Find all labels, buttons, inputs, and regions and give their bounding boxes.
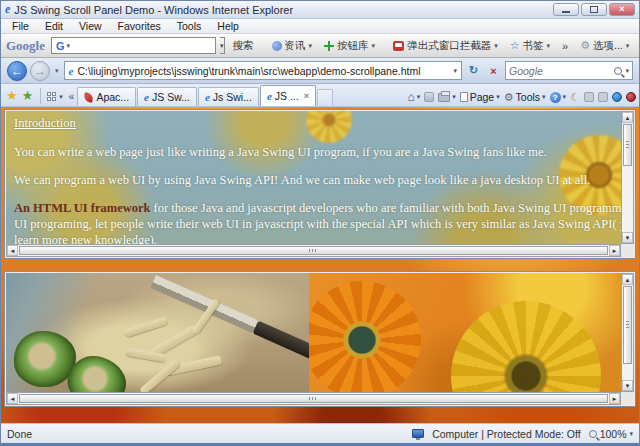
favorites-center-icon[interactable]: ★ — [4, 88, 22, 106]
toolbar-overflow-chevron[interactable]: » — [558, 40, 572, 52]
intro-paragraph-3: An HTML UI framework for those Java and … — [14, 200, 621, 244]
ie-favicon: e — [267, 90, 272, 102]
daisy-photo — [309, 273, 621, 392]
tab-js-swing-active[interactable]: e JS ... × — [260, 85, 316, 106]
chevron-down-icon: ▾ — [547, 42, 551, 50]
framework-lead-text: An HTML UI framework — [14, 201, 150, 215]
tab-js-swing-2[interactable]: e Js Swi... — [198, 87, 259, 106]
home-button[interactable]: ⌂ ▾ — [407, 91, 420, 103]
menu-tools[interactable]: Tools — [170, 20, 209, 32]
stop-button[interactable]: × — [485, 61, 502, 80]
menu-help[interactable]: Help — [210, 20, 246, 32]
status-text: Done — [7, 428, 32, 440]
google-toolbar-search[interactable]: G ▾ — [51, 37, 216, 54]
intro-paragraph-2: We can program a web UI by using Java Sw… — [14, 172, 621, 188]
browser-window: e JS Swing Scroll Panel Demo - Windows I… — [0, 0, 640, 446]
toolbar-extension-icon-4[interactable] — [612, 92, 622, 102]
tab-close-icon[interactable]: × — [304, 91, 309, 101]
forward-arrow-icon: → — [34, 65, 46, 77]
scroll-up-arrow[interactable]: ▲ — [622, 112, 633, 123]
zoom-level: 100% — [600, 428, 627, 440]
toolbar-extension-icon-5[interactable] — [626, 92, 636, 102]
page-favicon: e — [69, 65, 74, 77]
tools-menu-button[interactable]: ⚙ Tools ▾ — [504, 91, 546, 103]
gtb-popup-blocker-button[interactable]: 弹出式窗口拦截器 ▾ — [389, 37, 502, 55]
horizontal-scrollbar[interactable]: ◄ ► — [6, 244, 621, 257]
minimize-button[interactable] — [553, 3, 579, 16]
address-input[interactable]: e C:\liujing\myprojects\jsswing\trunk\ma… — [64, 61, 462, 80]
horizontal-scroll-thumb[interactable] — [19, 394, 608, 403]
search-dropdown[interactable]: ▾ — [625, 67, 629, 75]
gear-icon: ⚙ — [504, 92, 514, 103]
scroll-down-arrow[interactable]: ▼ — [622, 380, 633, 391]
quick-tabs-button[interactable]: ▾ — [44, 92, 66, 106]
tab-apache[interactable]: Apac... — [77, 87, 136, 106]
vertical-scroll-thumb[interactable] — [623, 124, 632, 166]
zoom-icon — [589, 430, 597, 438]
horizontal-scroll-thumb[interactable] — [19, 246, 608, 255]
tab-js-swing-1[interactable]: e JS Sw... — [137, 87, 197, 106]
back-button[interactable]: ← — [7, 61, 27, 81]
toolbar-separator — [40, 88, 41, 104]
zoom-control[interactable]: 100% ▾ — [589, 428, 633, 440]
gtb-bookmarks-label: 书签 — [523, 39, 544, 53]
vertical-scroll-thumb[interactable] — [623, 286, 632, 364]
close-button[interactable]: × — [609, 3, 635, 16]
horizontal-scrollbar[interactable]: ◄ ► — [6, 392, 621, 405]
gtb-news-button[interactable]: 资讯 ▾ — [268, 37, 317, 55]
history-dropdown[interactable]: ▾ — [53, 67, 61, 75]
vegetable-slice — [139, 359, 181, 392]
printer-icon — [438, 93, 450, 102]
gtb-options-button[interactable]: ⚙ 选项... ▾ — [576, 37, 633, 55]
feeds-icon[interactable] — [424, 92, 434, 102]
menu-edit[interactable]: Edit — [38, 20, 70, 32]
cutting-board-photo — [6, 273, 309, 392]
scroll-left-arrow[interactable]: ◄ — [7, 393, 18, 404]
help-button[interactable]: ? ▾ — [550, 92, 567, 103]
vertical-scrollbar[interactable]: ▲ ▼ — [621, 111, 634, 244]
stop-icon: × — [490, 65, 496, 77]
google-logo: Google — [6, 38, 45, 54]
menu-file[interactable]: File — [5, 20, 36, 32]
scroll-up-arrow[interactable]: ▲ — [622, 274, 633, 285]
chevron-down-icon: ▾ — [452, 93, 456, 101]
gtb-bookmarks-button[interactable]: ☆ 书签 ▾ — [506, 37, 554, 55]
google-toolbar-search-input[interactable] — [73, 40, 215, 52]
scroll-right-arrow[interactable]: ► — [609, 393, 620, 404]
vertical-scrollbar[interactable]: ▲ ▼ — [621, 273, 634, 392]
scroll-right-arrow[interactable]: ► — [609, 245, 620, 256]
page-menu-button[interactable]: Page ▾ — [460, 91, 500, 103]
intro-heading: Introduction — [14, 115, 621, 131]
quick-tabs-icon — [47, 92, 57, 102]
computer-zone-icon — [412, 429, 424, 438]
new-tab-stub[interactable] — [317, 89, 333, 106]
print-button[interactable]: ▾ — [438, 93, 456, 102]
google-toolbar: Google G ▾ ▾ 搜索 资讯 ▾ 按钮库 ▾ 弹出式窗口拦截器 ▾ ☆ … — [1, 34, 639, 58]
ie-search-input[interactable] — [509, 65, 611, 77]
gtb-buttonlib-button[interactable]: 按钮库 ▾ — [320, 37, 379, 55]
page-icon — [460, 92, 468, 102]
scroll-panel-images: ▲ ▼ ◄ ► — [4, 271, 636, 407]
ie-search-box[interactable]: ▾ — [505, 61, 633, 80]
address-dropdown[interactable]: ▾ — [453, 67, 457, 75]
toolbar-extension-icon-2[interactable] — [584, 92, 594, 102]
ie-favicon: e — [144, 91, 149, 103]
question-glyph: ? — [553, 93, 558, 102]
add-favorite-icon[interactable]: ★ — [22, 88, 38, 106]
scroll-left-arrow[interactable]: ◄ — [7, 245, 18, 256]
menu-favorites[interactable]: Favorites — [111, 20, 168, 32]
google-g-icon: G — [52, 40, 67, 52]
scroll-down-arrow[interactable]: ▼ — [622, 232, 633, 243]
maximize-button[interactable] — [581, 3, 607, 16]
gtb-search-button[interactable]: 搜索 — [229, 37, 258, 55]
chevron-down-icon: ▾ — [629, 430, 633, 438]
toolbar-extension-icon-3[interactable] — [598, 92, 608, 102]
menu-view[interactable]: View — [72, 20, 109, 32]
google-search-dropdown[interactable]: ▾ — [220, 37, 225, 54]
tab-scroll-left[interactable]: « — [66, 91, 78, 106]
chevron-down-icon: ▾ — [309, 42, 313, 50]
forward-button[interactable]: → — [30, 61, 50, 81]
search-icon[interactable] — [614, 67, 622, 75]
toolbar-extension-icon-1[interactable]: ☾ — [570, 92, 580, 102]
refresh-button[interactable]: ↻ — [465, 61, 482, 80]
